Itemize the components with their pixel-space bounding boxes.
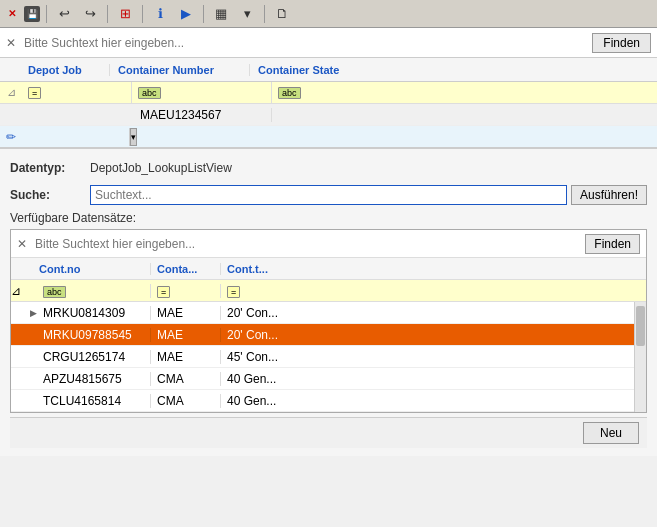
- inner-conta-cell: CMA: [151, 394, 221, 408]
- info-icon[interactable]: ℹ: [149, 3, 171, 25]
- neu-bar: Neu: [10, 417, 647, 448]
- separator3: [142, 5, 143, 23]
- inner-filter-icon: ⊿: [11, 284, 27, 298]
- inner-contt-cell: 45' Con...: [221, 350, 301, 364]
- inner-contt-cell: 40 Gen...: [221, 372, 301, 386]
- inner-searchbar: ✕ Finden: [11, 230, 646, 258]
- inner-table-row[interactable]: CRGU1265174 MAE 45' Con...: [11, 346, 646, 368]
- inner-cont-no-cell: CRGU1265174: [39, 350, 151, 364]
- redo-icon[interactable]: ↪: [79, 3, 101, 25]
- datentyp-value: DepotJob_LookupListView: [90, 161, 232, 175]
- inner-find-button[interactable]: Finden: [585, 234, 640, 254]
- inner-table-row[interactable]: MRKU09788545 MAE 20' Con...: [11, 324, 646, 346]
- inner-col-contt-header: Cont.t...: [221, 263, 301, 275]
- ausfuhren-button[interactable]: Ausführen!: [571, 185, 647, 205]
- filter-state-cell[interactable]: abc: [272, 82, 412, 103]
- save-icon[interactable]: 💾: [24, 6, 40, 22]
- top-find-button[interactable]: Finden: [592, 33, 651, 53]
- edit-row: ✏ ▾: [0, 126, 657, 148]
- inner-contt-cell: 20' Con...: [221, 306, 301, 320]
- inner-conta-cell: CMA: [151, 372, 221, 386]
- inner-col-conta-header: Conta...: [151, 263, 221, 275]
- top-search-input[interactable]: [24, 36, 588, 50]
- inner-filter-eq2: =: [227, 286, 240, 298]
- top-searchbar: ✕ Finden: [0, 28, 657, 58]
- inner-conta-cell: MAE: [151, 328, 221, 342]
- scrollbar-thumb[interactable]: [636, 306, 645, 346]
- inner-contt-cell: 40 Gen...: [221, 394, 301, 408]
- datentyp-row: Datentyp: DepotJob_LookupListView: [10, 157, 647, 179]
- inner-contt-cell: 20' Con...: [221, 328, 301, 342]
- inner-filter-abc: abc: [43, 286, 66, 298]
- inner-filter-col3[interactable]: =: [221, 284, 301, 298]
- separator5: [264, 5, 265, 23]
- col-container-state-header: Container State: [250, 64, 390, 76]
- verfugbare-label: Verfügbare Datensätze:: [10, 211, 647, 225]
- inner-col-contno-header: Cont.no: [11, 263, 151, 275]
- col-depot-job-header: Depot Job: [0, 64, 110, 76]
- datentyp-label: Datentyp:: [10, 161, 90, 175]
- filter-num-abc: abc: [138, 87, 161, 99]
- inner-search-input[interactable]: [35, 237, 581, 251]
- edit-depot-input[interactable]: [22, 128, 130, 146]
- main-table-filter-row: ⊿ = abc abc: [0, 82, 657, 104]
- searchbar-close-icon[interactable]: ✕: [6, 36, 16, 50]
- col-container-number-header: Container Number: [110, 64, 250, 76]
- inner-cont-no-cell: MRKU09788545: [39, 328, 151, 342]
- print-icon[interactable]: ▦: [210, 3, 232, 25]
- inner-filter-eq1: =: [157, 286, 170, 298]
- inner-panel: ✕ Finden Cont.no Conta... Cont.t... ⊿ ab…: [10, 229, 647, 413]
- inner-conta-cell: MAE: [151, 306, 221, 320]
- grid-icon[interactable]: ⊞: [114, 3, 136, 25]
- table-row[interactable]: MAEU1234567: [0, 104, 657, 126]
- edit-depot-cell[interactable]: ▾: [22, 128, 130, 146]
- suche-row: Suche: Ausführen!: [10, 184, 647, 206]
- inner-cont-no-cell: APZU4815675: [39, 372, 151, 386]
- suche-label: Suche:: [10, 188, 90, 202]
- suche-input[interactable]: [90, 185, 567, 205]
- filter-num-cell[interactable]: abc: [132, 82, 272, 103]
- neu-button[interactable]: Neu: [583, 422, 639, 444]
- edit-pencil-icon: ✏: [0, 130, 22, 144]
- separator2: [107, 5, 108, 23]
- detail-panel: Datentyp: DepotJob_LookupListView Suche:…: [0, 148, 657, 456]
- nav-icon[interactable]: ▶: [175, 3, 197, 25]
- separator4: [203, 5, 204, 23]
- inner-filter-col1[interactable]: abc: [39, 284, 151, 298]
- container-num-cell: MAEU1234567: [132, 108, 272, 122]
- filter-icon: ⊿: [0, 86, 22, 99]
- inner-table-header: Cont.no Conta... Cont.t...: [11, 258, 646, 280]
- inner-filter-row: ⊿ abc = =: [11, 280, 646, 302]
- extra-icon[interactable]: 🗋: [271, 3, 293, 25]
- close-icon[interactable]: ✕: [4, 6, 20, 22]
- inner-scrollbar[interactable]: [634, 302, 646, 412]
- inner-table-row[interactable]: ▶ MRKU0814309 MAE 20' Con...: [11, 302, 646, 324]
- filter-state-abc: abc: [278, 87, 301, 99]
- inner-table-row[interactable]: APZU4815675 CMA 40 Gen...: [11, 368, 646, 390]
- dropdown-icon[interactable]: ▾: [236, 3, 258, 25]
- inner-conta-cell: MAE: [151, 350, 221, 364]
- inner-expand-icon[interactable]: ▶: [27, 308, 39, 318]
- inner-cont-no-cell: TCLU4165814: [39, 394, 151, 408]
- inner-cont-no-cell: MRKU0814309: [39, 306, 151, 320]
- separator: [46, 5, 47, 23]
- filter-depot-cell[interactable]: =: [22, 82, 132, 103]
- filter-depot-eq: =: [28, 87, 41, 99]
- inner-close-icon[interactable]: ✕: [17, 237, 27, 251]
- main-table-header: Depot Job Container Number Container Sta…: [0, 58, 657, 82]
- undo-icon[interactable]: ↩: [53, 3, 75, 25]
- inner-table-row[interactable]: TCLU4165814 CMA 40 Gen...: [11, 390, 646, 412]
- inner-filter-col2[interactable]: =: [151, 284, 221, 298]
- titlebar: ✕ 💾 ↩ ↪ ⊞ ℹ ▶ ▦ ▾ 🗋: [0, 0, 657, 28]
- edit-depot-dropdown[interactable]: ▾: [130, 128, 137, 146]
